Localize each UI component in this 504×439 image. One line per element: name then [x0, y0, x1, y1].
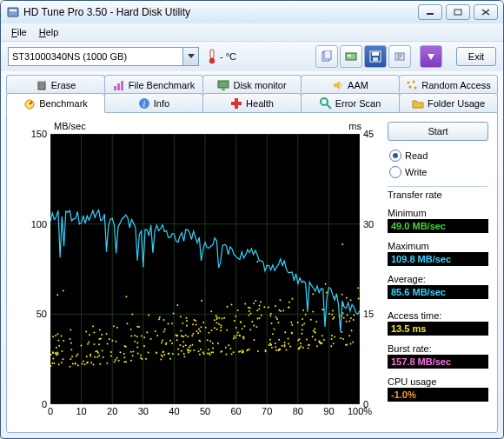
svg-point-113: [56, 347, 57, 349]
svg-point-271: [319, 340, 321, 342]
svg-point-29: [414, 86, 417, 89]
svg-point-458: [334, 336, 335, 337]
menu-help[interactable]: HelpHelp: [34, 25, 64, 39]
svg-point-283: [300, 345, 302, 347]
minimize-tray-button[interactable]: [420, 45, 442, 68]
svg-point-447: [162, 351, 164, 353]
exit-button[interactable]: Exit: [456, 47, 496, 66]
chart-plot-area: 15010050045301500102030405060708090100%: [50, 134, 360, 404]
svg-point-441: [210, 310, 212, 312]
svg-point-459: [256, 309, 258, 311]
burst-value: 157.8 MB/sec: [388, 355, 488, 369]
x-tick: 100%: [348, 406, 372, 416]
maximize-button[interactable]: [446, 4, 470, 20]
start-button[interactable]: Start: [388, 122, 488, 141]
tab-benchmark[interactable]: Benchmark: [6, 93, 105, 113]
y-tick: 100: [31, 219, 47, 229]
svg-point-266: [123, 353, 125, 355]
svg-point-93: [130, 336, 132, 337]
svg-point-241: [323, 339, 325, 341]
svg-point-133: [189, 350, 191, 352]
svg-point-297: [56, 352, 58, 354]
svg-point-327: [357, 287, 359, 289]
svg-rect-35: [231, 102, 242, 105]
screenshot-button[interactable]: [340, 45, 362, 68]
tab-info[interactable]: iInfo: [104, 93, 203, 112]
svg-point-451: [134, 341, 136, 343]
drive-select[interactable]: ST31000340NS (1000 GB): [8, 47, 199, 66]
tab-folder-usage[interactable]: Folder Usage: [399, 93, 498, 112]
svg-point-269: [173, 313, 175, 315]
minimize-button[interactable]: [418, 4, 442, 20]
tab-file-benchmark[interactable]: File Benchmark: [104, 75, 203, 94]
gauge-icon: [23, 97, 36, 110]
read-radio[interactable]: Read: [388, 149, 488, 163]
svg-point-103: [280, 310, 282, 312]
drive-select-value: ST31000340NS (1000 GB): [9, 51, 182, 62]
svg-point-131: [81, 363, 83, 364]
svg-point-446: [101, 334, 103, 336]
svg-point-78: [103, 356, 104, 358]
svg-point-362: [163, 330, 165, 332]
tab-erase[interactable]: Erase: [6, 75, 105, 94]
svg-point-148: [63, 340, 64, 342]
svg-point-156: [308, 347, 309, 349]
svg-point-73: [176, 339, 178, 341]
tab-health[interactable]: Health: [202, 93, 302, 112]
svg-point-182: [270, 344, 272, 346]
svg-point-463: [225, 347, 227, 349]
cpu-value: -1.0%: [388, 388, 488, 402]
svg-point-442: [182, 336, 184, 337]
svg-point-273: [58, 363, 60, 365]
tab-error-scan[interactable]: Error Scan: [301, 93, 400, 112]
svg-point-104: [98, 355, 100, 356]
titlebar: HD Tune Pro 3.50 - Hard Disk Utility: [1, 1, 503, 23]
svg-point-28: [409, 85, 412, 88]
svg-point-143: [136, 336, 138, 337]
options-button[interactable]: [388, 45, 411, 68]
close-button[interactable]: [474, 4, 498, 20]
save-button[interactable]: [364, 45, 387, 68]
svg-point-147: [191, 335, 193, 336]
dots-icon: [406, 79, 418, 91]
write-radio[interactable]: Write: [388, 165, 488, 179]
svg-point-292: [326, 292, 328, 294]
svg-point-448: [312, 293, 314, 295]
svg-marker-25: [334, 81, 340, 90]
svg-point-94: [193, 319, 195, 321]
x-tick: 30: [138, 406, 149, 416]
svg-point-188: [140, 355, 142, 356]
tab-random-access[interactable]: Random Access: [399, 75, 498, 94]
svg-point-238: [55, 352, 56, 354]
svg-point-374: [202, 322, 204, 323]
chevron-down-icon[interactable]: [182, 48, 198, 65]
svg-point-152: [185, 344, 187, 346]
svg-point-144: [53, 363, 55, 364]
svg-point-200: [143, 345, 145, 347]
svg-point-237: [271, 323, 273, 324]
svg-point-157: [257, 350, 259, 352]
svg-point-176: [163, 354, 165, 356]
temperature-value: - °C: [220, 51, 236, 62]
svg-marker-17: [428, 54, 434, 60]
svg-point-278: [72, 363, 74, 364]
svg-point-137: [287, 338, 288, 340]
svg-point-224: [209, 354, 210, 356]
tab-disk-monitor[interactable]: Disk monitor: [202, 75, 302, 94]
svg-point-401: [289, 345, 291, 347]
tab-aam[interactable]: AAM: [301, 75, 400, 94]
copy-info-button[interactable]: [315, 45, 338, 68]
svg-point-110: [136, 346, 138, 348]
svg-point-349: [350, 299, 352, 301]
svg-point-303: [182, 341, 184, 343]
svg-point-261: [284, 331, 286, 333]
menu-file[interactable]: FFileile: [6, 25, 32, 39]
svg-point-128: [208, 332, 209, 334]
svg-point-222: [110, 355, 112, 356]
svg-point-183: [150, 338, 152, 340]
svg-point-239: [169, 340, 171, 342]
svg-point-190: [288, 343, 289, 345]
svg-point-379: [130, 329, 132, 330]
svg-point-114: [253, 325, 255, 327]
svg-point-339: [180, 330, 182, 332]
